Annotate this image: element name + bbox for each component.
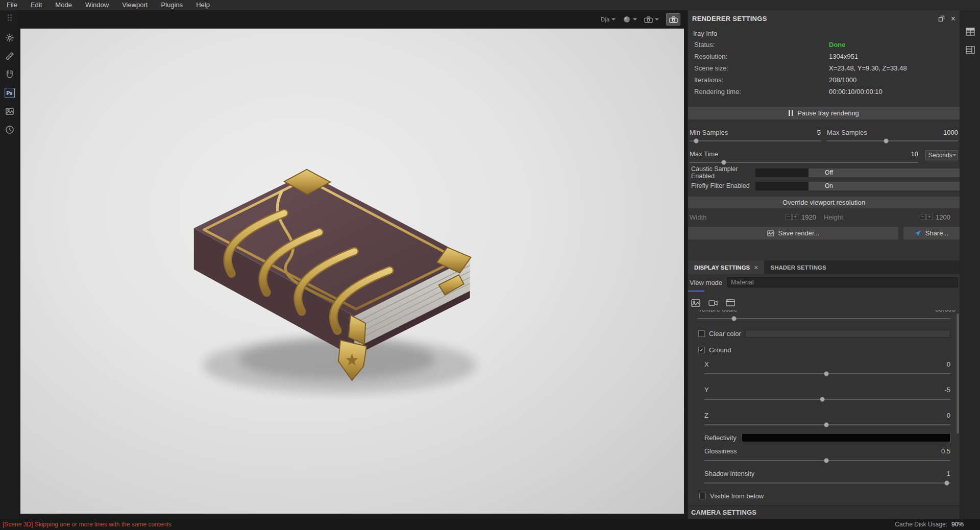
clear-color-checkbox[interactable] xyxy=(698,330,705,337)
camera-icon xyxy=(669,16,678,23)
slider-handle[interactable] xyxy=(824,371,829,376)
layers-panel-icon[interactable] xyxy=(966,46,975,56)
share-button[interactable]: Share... xyxy=(903,227,960,239)
slider-handle[interactable] xyxy=(824,458,829,463)
ground-y-value[interactable]: -5 xyxy=(944,386,950,395)
plus-icon[interactable]: + xyxy=(792,214,798,220)
max-time-slider[interactable] xyxy=(690,158,918,166)
view-mode-value: Material xyxy=(731,279,753,286)
chevron-down-icon xyxy=(633,18,637,20)
ground-x-row: X 0 xyxy=(688,360,960,370)
close-icon[interactable]: × xyxy=(951,15,955,22)
texture-scale-value[interactable]: 83.695 xyxy=(935,310,955,315)
clear-color-label: Clear color xyxy=(709,330,741,338)
shadow-intensity-slider[interactable] xyxy=(704,479,950,487)
display-mode-dropdown[interactable]: D|a xyxy=(601,16,616,22)
camera-display-tab-icon[interactable] xyxy=(706,297,720,309)
override-viewport-resolution-button[interactable]: Override viewport resolution xyxy=(688,197,960,208)
scene-size-label: Scene size: xyxy=(694,64,829,72)
slider-handle[interactable] xyxy=(820,397,825,402)
slider-handle[interactable] xyxy=(721,160,726,165)
resolution-value: 1304x951 xyxy=(829,53,858,60)
display-settings-icon-tabs xyxy=(688,295,960,310)
settings-tab-bar: DISPLAY SETTINGS × SHADER SETTINGS xyxy=(688,260,960,274)
save-render-button[interactable]: Save render... xyxy=(688,227,898,239)
menu-plugins[interactable]: Plugins xyxy=(154,0,189,10)
pause-iray-button[interactable]: Pause Iray rendering xyxy=(688,107,960,119)
tab-close-icon[interactable]: × xyxy=(754,263,758,272)
ruler-icon[interactable] xyxy=(4,51,15,62)
magnet-icon[interactable] xyxy=(4,69,15,80)
ground-x-label: X xyxy=(704,360,709,370)
tab-shader-settings[interactable]: SHADER SETTINGS xyxy=(764,260,832,274)
minus-icon[interactable]: − xyxy=(920,214,926,220)
time-unit-select[interactable]: Seconds xyxy=(925,150,958,160)
slider-handle[interactable] xyxy=(731,316,737,321)
slider-handle[interactable] xyxy=(884,138,889,143)
menu-window[interactable]: Window xyxy=(79,0,115,10)
viewport-3d[interactable]: D|a xyxy=(19,10,688,519)
ground-x-slider[interactable] xyxy=(704,370,950,378)
min-samples-slider[interactable] xyxy=(690,137,821,145)
ground-z-slider[interactable] xyxy=(704,421,950,429)
reflectivity-color-swatch[interactable] xyxy=(742,433,950,442)
display-settings-scroll-area[interactable]: Texture scale 83.695 Clear color ✓ Groun… xyxy=(688,310,960,507)
material-sphere-icon xyxy=(623,15,631,23)
height-value[interactable]: 1200 xyxy=(936,213,958,221)
scrollbar-thumb[interactable] xyxy=(957,314,959,433)
min-samples-value[interactable]: 5 xyxy=(817,129,821,136)
texture-scale-slider[interactable] xyxy=(697,315,950,323)
view-mode-input[interactable]: Material xyxy=(727,277,958,287)
ground-z-value[interactable]: 0 xyxy=(947,412,950,421)
slider-handle[interactable] xyxy=(694,138,699,143)
view-mode-row: View mode Material xyxy=(688,277,960,288)
minus-icon[interactable]: − xyxy=(786,214,792,220)
chevron-down-icon xyxy=(611,18,616,20)
tab-display-settings[interactable]: DISPLAY SETTINGS × xyxy=(688,260,764,274)
menu-edit[interactable]: Edit xyxy=(24,0,48,10)
clock-icon[interactable] xyxy=(4,124,15,135)
visible-from-below-row: Visible from below xyxy=(688,491,960,500)
ground-y-slider[interactable] xyxy=(704,395,950,403)
image-tool-icon[interactable] xyxy=(4,106,15,117)
render-camera-button[interactable] xyxy=(666,13,680,26)
max-samples-value[interactable]: 1000 xyxy=(943,129,958,136)
plus-icon[interactable]: + xyxy=(926,214,933,220)
resolution-row: Width − + 1920 Height − + 1200 xyxy=(688,211,960,223)
table-panel-icon[interactable] xyxy=(966,28,975,38)
firefly-toggle[interactable]: On xyxy=(755,182,960,190)
photoshop-icon[interactable]: Ps xyxy=(4,87,15,99)
caustic-toggle[interactable]: Off xyxy=(755,168,960,177)
max-time-value[interactable]: 10 xyxy=(911,150,918,158)
info-row-status: Status: Done xyxy=(688,39,960,51)
environment-image-tab-icon[interactable] xyxy=(689,297,702,309)
visible-from-below-checkbox[interactable] xyxy=(699,493,706,499)
viewport-display-tab-icon[interactable] xyxy=(724,297,737,309)
camera-dropdown[interactable] xyxy=(644,16,659,23)
menu-mode[interactable]: Mode xyxy=(48,0,79,10)
clear-color-swatch[interactable] xyxy=(745,330,950,338)
slider-handle[interactable] xyxy=(824,422,829,427)
width-field: Width − + 1920 xyxy=(690,213,824,221)
emitter-icon[interactable] xyxy=(4,32,15,43)
shadow-intensity-value[interactable]: 1 xyxy=(947,470,950,479)
menu-viewport[interactable]: Viewport xyxy=(115,0,154,10)
save-share-row: Save render... Share... xyxy=(688,227,960,239)
drag-handle-icon[interactable] xyxy=(8,14,12,21)
slider-handle[interactable] xyxy=(944,480,949,486)
menu-help[interactable]: Help xyxy=(189,0,216,10)
glossiness-slider[interactable] xyxy=(704,456,950,465)
camera-settings-header[interactable]: CAMERA SETTINGS xyxy=(688,505,960,519)
undock-icon[interactable] xyxy=(938,15,945,22)
menu-file[interactable]: File xyxy=(0,0,24,10)
width-value[interactable]: 1920 xyxy=(801,213,824,221)
iray-render-view[interactable] xyxy=(20,29,684,514)
reflectivity-row: Reflectivity xyxy=(688,432,960,443)
max-samples-slider[interactable] xyxy=(827,137,958,145)
caustic-label: Caustic Sampler Enabled xyxy=(691,165,755,180)
scene-size-value: X=23.48, Y=9.30, Z=33.48 xyxy=(829,64,907,72)
ground-x-value[interactable]: 0 xyxy=(947,360,950,370)
glossiness-value[interactable]: 0.5 xyxy=(941,447,950,456)
ground-checkbox[interactable]: ✓ xyxy=(698,347,705,353)
material-sphere-dropdown[interactable] xyxy=(623,15,637,23)
